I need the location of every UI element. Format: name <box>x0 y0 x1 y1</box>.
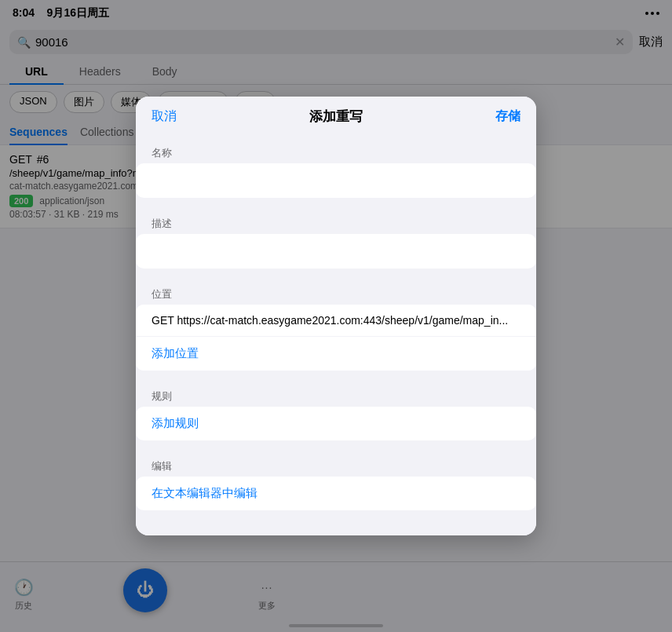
description-input-row[interactable] <box>136 234 536 269</box>
rules-label: 规则 <box>136 380 536 407</box>
modal-body: 名称 描述 位置 GET https://cat-match.easygame2… <box>136 137 536 535</box>
rules-card: 添加规则 <box>136 407 536 440</box>
modal-save-button[interactable]: 存储 <box>495 108 520 125</box>
location-label: 位置 <box>136 278 536 305</box>
name-section: 名称 <box>136 137 536 207</box>
location-url: GET https://cat-match.easygame2021.com:4… <box>136 305 536 337</box>
description-section: 描述 <box>136 207 536 278</box>
name-input-row[interactable] <box>136 163 536 198</box>
add-location-button[interactable]: 添加位置 <box>136 337 536 371</box>
name-label: 名称 <box>136 137 536 163</box>
location-section: 位置 GET https://cat-match.easygame2021.co… <box>136 278 536 380</box>
description-card <box>136 234 536 269</box>
add-rule-button[interactable]: 添加规则 <box>136 407 536 440</box>
edit-label: 编辑 <box>136 450 536 477</box>
location-card: GET https://cat-match.easygame2021.com:4… <box>136 305 536 371</box>
name-card <box>136 163 536 198</box>
modal-cancel-button[interactable]: 取消 <box>152 108 177 125</box>
rules-section: 规则 添加规则 <box>136 380 536 450</box>
modal-bottom-space <box>136 520 536 535</box>
add-rewrite-modal: 取消 添加重写 存储 名称 描述 位置 <box>136 97 536 535</box>
edit-in-text-editor-button[interactable]: 在文本编辑器中编辑 <box>136 477 536 510</box>
edit-section: 编辑 在文本编辑器中编辑 <box>136 450 536 520</box>
modal-header: 取消 添加重写 存储 <box>136 97 536 137</box>
modal-title: 添加重写 <box>309 108 363 126</box>
description-label: 描述 <box>136 207 536 234</box>
modal-overlay: 取消 添加重写 存储 名称 描述 位置 <box>0 0 672 632</box>
edit-card: 在文本编辑器中编辑 <box>136 477 536 510</box>
